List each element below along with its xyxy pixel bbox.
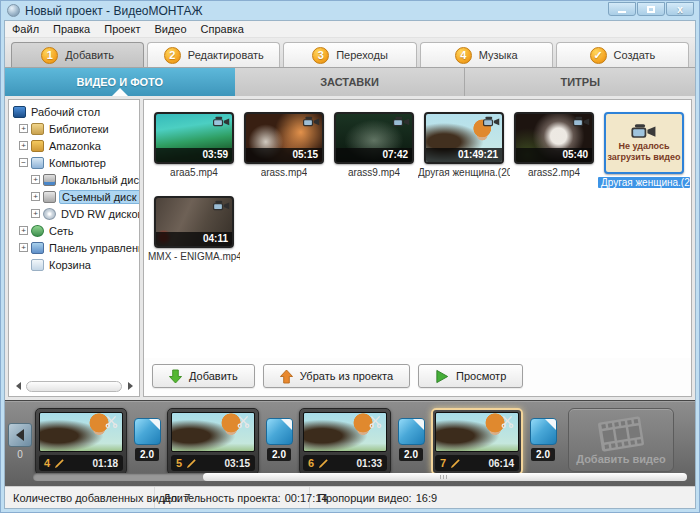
minimize-button[interactable] bbox=[608, 2, 636, 16]
tree-item-libraries[interactable]: + Библиотеки bbox=[9, 120, 139, 137]
tab-transitions[interactable]: 3 Переходы bbox=[283, 42, 416, 67]
tab-create-label: Создать bbox=[614, 49, 656, 61]
expand-icon[interactable]: + bbox=[19, 243, 28, 252]
scroll-left-icon[interactable] bbox=[12, 380, 24, 392]
scroll-right-icon[interactable] bbox=[124, 380, 136, 392]
timeline-clip[interactable]: 5 03:15 bbox=[167, 408, 259, 475]
timeline-transition[interactable]: 2.0 bbox=[396, 418, 426, 461]
clip-duration: 01:33 bbox=[356, 458, 382, 469]
expand-icon[interactable]: + bbox=[19, 124, 28, 133]
close-icon: x bbox=[677, 4, 683, 15]
tree-horizontal-scrollbar[interactable] bbox=[12, 379, 136, 393]
hdd-icon bbox=[43, 174, 56, 186]
tab-music[interactable]: 4 Музыка bbox=[420, 42, 553, 67]
close-button[interactable]: x bbox=[666, 2, 694, 16]
edit-pencil-icon[interactable] bbox=[318, 458, 329, 469]
edit-pencil-icon[interactable] bbox=[54, 458, 65, 469]
expand-icon[interactable]: + bbox=[31, 209, 40, 218]
tree-item-computer[interactable]: − Компьютер bbox=[9, 154, 139, 171]
timeline-clip-selected[interactable]: 7 06:14 bbox=[431, 408, 523, 475]
video-file-item[interactable]: 04:11 MMX - ENIGMA.mp4 bbox=[152, 196, 236, 262]
tree-item-control-panel[interactable]: + Панель управления bbox=[9, 239, 139, 256]
video-file-item-failed-selected[interactable]: Не удалось загрузить видео Другая женщин… bbox=[602, 112, 686, 188]
video-file-item[interactable]: 07:42 arass9.mp4 bbox=[332, 112, 416, 178]
expand-icon[interactable]: + bbox=[19, 141, 28, 150]
scissors-icon[interactable] bbox=[105, 415, 118, 428]
video-file-item[interactable]: 05:40 arass2.mp4 bbox=[512, 112, 596, 178]
video-file-item[interactable]: 03:59 araa5.mp4 bbox=[152, 112, 236, 178]
timeline-transition[interactable]: 2.0 bbox=[264, 418, 294, 461]
scissors-icon[interactable] bbox=[237, 415, 250, 428]
failed-video-tile[interactable]: Не удалось загрузить видео bbox=[604, 112, 684, 174]
scissors-icon[interactable] bbox=[501, 415, 514, 428]
video-thumbnail[interactable]: 05:15 bbox=[244, 112, 324, 164]
tab-create[interactable]: ✓ Создать bbox=[556, 42, 689, 67]
video-thumbnail[interactable]: 05:40 bbox=[514, 112, 594, 164]
tree-item-network[interactable]: + Сеть bbox=[9, 222, 139, 239]
camcorder-icon bbox=[631, 123, 657, 139]
scissors-icon[interactable] bbox=[369, 415, 382, 428]
tab-edit-number-icon: 2 bbox=[164, 47, 181, 64]
subtab-titles[interactable]: ТИТРЫ bbox=[464, 68, 695, 96]
video-file-item[interactable]: 05:15 arass.mp4 bbox=[242, 112, 326, 178]
timeline-scrollbar-thumb[interactable] bbox=[203, 473, 687, 481]
maximize-button[interactable] bbox=[637, 2, 665, 16]
transition-icon[interactable] bbox=[266, 418, 293, 445]
collapse-icon[interactable]: − bbox=[19, 158, 28, 167]
preview-button[interactable]: Просмотр bbox=[418, 364, 523, 388]
tree-item-disk-d[interactable]: + Съемный диск (D:) bbox=[9, 188, 139, 205]
video-thumbnail[interactable]: 07:42 bbox=[334, 112, 414, 164]
video-thumbnail[interactable]: 01:49:21 bbox=[424, 112, 504, 164]
libraries-icon bbox=[31, 123, 44, 135]
video-duration-badge: 07:42 bbox=[336, 148, 412, 162]
transition-icon[interactable] bbox=[530, 418, 557, 445]
timeline-scrollbar[interactable] bbox=[33, 473, 687, 481]
remove-from-project-button[interactable]: Убрать из проекта bbox=[263, 364, 410, 388]
expand-icon[interactable]: + bbox=[31, 192, 40, 201]
tab-edit[interactable]: 2 Редактировать bbox=[147, 42, 280, 67]
transition-duration: 2.0 bbox=[135, 448, 159, 461]
add-video-button[interactable]: Добавить видео bbox=[568, 408, 674, 472]
expand-icon[interactable]: + bbox=[19, 226, 28, 235]
expand-icon[interactable]: + bbox=[31, 175, 40, 184]
clip-thumbnail[interactable] bbox=[435, 412, 519, 452]
transition-icon[interactable] bbox=[134, 418, 161, 445]
network-icon bbox=[31, 225, 44, 237]
timeline-transition[interactable]: 2.0 bbox=[528, 418, 558, 461]
menu-help[interactable]: Справка bbox=[201, 23, 244, 35]
menu-project[interactable]: Проект bbox=[104, 23, 140, 35]
add-button[interactable]: Добавить bbox=[152, 364, 255, 388]
timeline-transition[interactable]: 2.0 bbox=[132, 418, 162, 461]
clip-thumbnail[interactable] bbox=[303, 412, 387, 452]
edit-pencil-icon[interactable] bbox=[186, 458, 197, 469]
tree-scroll-thumb[interactable] bbox=[26, 381, 122, 392]
video-thumbnail[interactable]: 04:11 bbox=[154, 196, 234, 248]
tree-item-recycle-bin[interactable]: Корзина bbox=[9, 256, 139, 273]
camcorder-icon bbox=[393, 116, 410, 127]
clip-thumbnail[interactable] bbox=[39, 412, 123, 452]
menu-file[interactable]: Файл bbox=[12, 23, 39, 35]
transition-duration: 2.0 bbox=[267, 448, 291, 461]
video-thumbnail[interactable]: 03:59 bbox=[154, 112, 234, 164]
subtab-video-photo[interactable]: ВИДЕО И ФОТО bbox=[5, 68, 235, 96]
computer-icon bbox=[31, 157, 44, 169]
timeline: 0 4 01:18 2.0 bbox=[5, 400, 695, 486]
camcorder-icon bbox=[303, 116, 320, 127]
play-icon bbox=[435, 369, 449, 384]
video-file-item[interactable]: 01:49:21 Другая женщина.(2014).... bbox=[422, 112, 506, 178]
subtab-intros[interactable]: ЗАСТАВКИ bbox=[235, 68, 465, 96]
edit-pencil-icon[interactable] bbox=[450, 458, 461, 469]
menu-video[interactable]: Видео bbox=[154, 23, 186, 35]
tab-transitions-label: Переходы bbox=[336, 49, 388, 61]
transition-icon[interactable] bbox=[398, 418, 425, 445]
tree-item-dvd[interactable]: + DVD RW дисковод (E:) bbox=[9, 205, 139, 222]
tree-item-desktop[interactable]: Рабочий стол bbox=[9, 103, 139, 120]
tab-add[interactable]: 1 Добавить bbox=[11, 42, 144, 67]
timeline-clip[interactable]: 4 01:18 bbox=[35, 408, 127, 475]
tab-music-number-icon: 4 bbox=[455, 47, 472, 64]
tree-item-user[interactable]: + Amazonka bbox=[9, 137, 139, 154]
timeline-clip[interactable]: 6 01:33 bbox=[299, 408, 391, 475]
tree-item-disk-c[interactable]: + Локальный диск (C:) bbox=[9, 171, 139, 188]
menu-edit[interactable]: Правка bbox=[53, 23, 90, 35]
clip-thumbnail[interactable] bbox=[171, 412, 255, 452]
